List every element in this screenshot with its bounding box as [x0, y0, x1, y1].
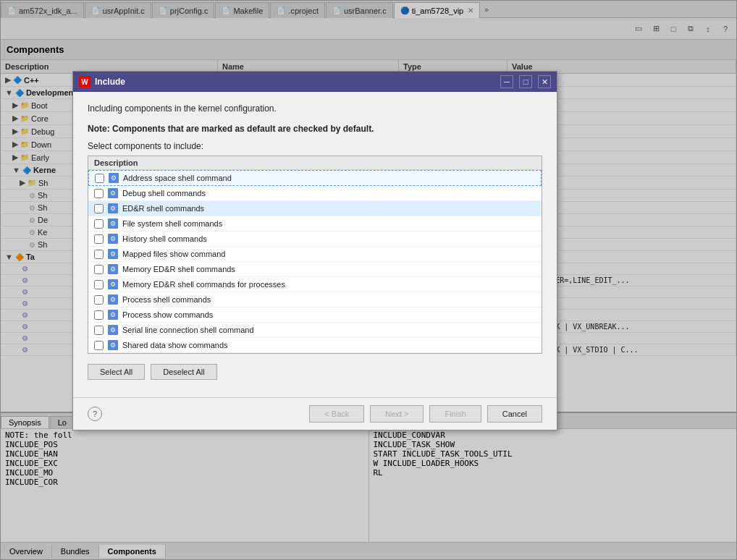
modal-title-text: Include [95, 77, 494, 87]
list-item[interactable]: Process show commands [88, 307, 542, 323]
component-checkbox[interactable] [94, 295, 104, 305]
component-checkbox[interactable] [95, 174, 104, 183]
component-icon [108, 234, 118, 244]
modal-overlay: W Include ─ □ ✕ Including components in … [0, 0, 737, 560]
component-checkbox[interactable] [94, 310, 104, 320]
component-icon [108, 340, 118, 350]
deselect-all-button[interactable]: Deselect All [151, 364, 216, 380]
component-checkbox[interactable] [94, 326, 104, 335]
component-icon [108, 310, 118, 320]
component-list-wrapper: Description Address space shell command … [88, 156, 542, 354]
component-label: Process show commands [122, 310, 213, 319]
modal-body: Including components in the kernel confi… [73, 92, 557, 397]
component-checkbox[interactable] [94, 265, 104, 274]
list-item[interactable]: Address space shell command [88, 170, 542, 186]
component-label: Process shell commands [122, 295, 211, 304]
modal-note-text: Components that are marked as default ar… [112, 124, 374, 134]
component-label: Debug shell commands [122, 189, 206, 198]
list-item[interactable]: Shared data show commands [88, 338, 542, 353]
list-item[interactable]: Process shell commands [88, 292, 542, 307]
list-item[interactable]: Memory ED&R shell commands for processes [88, 277, 542, 292]
modal-intro-text: Including components in the kernel confi… [88, 103, 542, 114]
list-item[interactable]: File system shell commands [88, 216, 542, 232]
component-label: ED&R shell commands [122, 204, 204, 213]
component-checkbox[interactable] [94, 204, 104, 213]
list-item[interactable]: Debug shell commands [88, 186, 542, 201]
modal-close-button[interactable]: ✕ [538, 75, 551, 88]
modal-titlebar: W Include ─ □ ✕ [73, 72, 557, 92]
component-icon [108, 188, 118, 198]
component-icon [108, 279, 118, 289]
component-icon [108, 325, 118, 335]
include-modal: W Include ─ □ ✕ Including components in … [72, 71, 557, 430]
list-item[interactable]: ED&R shell commands [88, 201, 542, 216]
modal-footer: ? < Back Next > Finish Cancel [73, 397, 557, 430]
component-label: Serial line connection shell command [122, 326, 254, 334]
modal-minimize-button[interactable]: ─ [500, 75, 513, 88]
list-item[interactable]: Mapped files show command [88, 247, 542, 262]
component-icon [108, 249, 118, 259]
component-checkbox[interactable] [94, 250, 104, 259]
component-label: File system shell commands [122, 219, 222, 228]
list-item[interactable]: Serial line connection shell command [88, 323, 542, 338]
next-button[interactable]: Next > [370, 405, 424, 423]
component-list[interactable]: Address space shell command Debug shell … [88, 170, 542, 353]
component-checkbox[interactable] [94, 189, 104, 198]
component-label: Mapped files show command [122, 250, 225, 258]
modal-note: Note: Components that are marked as defa… [88, 124, 542, 134]
component-checkbox[interactable] [94, 341, 104, 350]
cancel-button[interactable]: Cancel [487, 405, 542, 423]
list-item[interactable]: Memory ED&R shell commands [88, 262, 542, 277]
component-checkbox[interactable] [94, 219, 104, 229]
modal-restore-button[interactable]: □ [519, 75, 532, 88]
component-label: Memory ED&R shell commands [122, 265, 235, 273]
component-icon [108, 264, 118, 274]
component-list-header: Description [88, 156, 542, 170]
back-button[interactable]: < Back [309, 405, 364, 423]
component-icon [108, 203, 118, 213]
component-icon [109, 173, 119, 183]
modal-select-label: Select components to include: [88, 141, 542, 151]
component-checkbox[interactable] [94, 234, 104, 244]
list-item[interactable]: History shell commands [88, 232, 542, 247]
component-checkbox[interactable] [94, 280, 104, 289]
component-icon [108, 294, 118, 305]
modal-help-button[interactable]: ? [88, 407, 102, 421]
select-buttons: Select All Deselect All [88, 361, 542, 386]
select-all-button[interactable]: Select All [88, 364, 145, 380]
modal-note-label: Note: [88, 124, 110, 134]
component-label: Shared data show commands [122, 341, 228, 349]
modal-title-icon: W [79, 76, 90, 88]
finish-button[interactable]: Finish [429, 405, 481, 423]
component-label: Memory ED&R shell commands for processes [122, 280, 285, 289]
component-icon [108, 219, 118, 229]
component-label: History shell commands [122, 234, 207, 243]
component-label: Address space shell command [123, 174, 232, 182]
